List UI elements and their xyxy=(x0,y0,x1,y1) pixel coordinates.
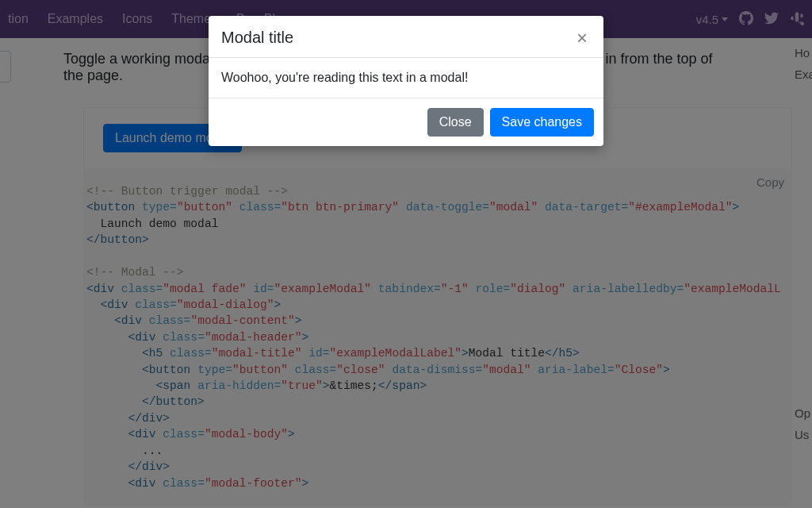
close-button[interactable]: Close xyxy=(427,108,484,137)
modal-body: Woohoo, you're reading this text in a mo… xyxy=(209,58,603,98)
modal-header: Modal title × xyxy=(209,16,603,58)
modal-dialog: Modal title × Woohoo, you're reading thi… xyxy=(209,16,603,146)
modal-footer: Close Save changes xyxy=(209,98,603,146)
save-changes-button[interactable]: Save changes xyxy=(490,108,594,137)
close-icon[interactable]: × xyxy=(573,29,591,48)
modal-title: Modal title xyxy=(221,29,293,47)
